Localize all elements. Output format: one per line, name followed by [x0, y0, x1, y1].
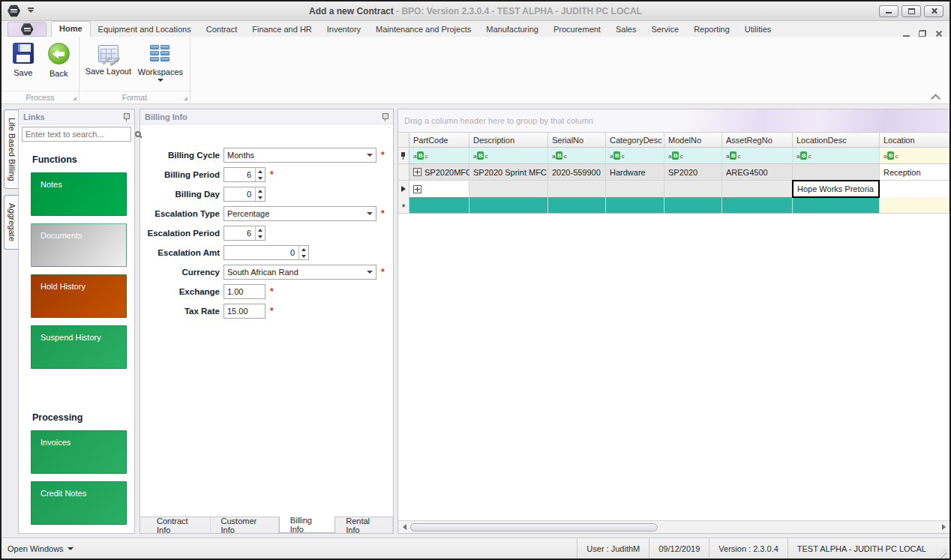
column-header-categorydesc[interactable]: CategoryDesc	[606, 133, 664, 148]
abc-filter-icon[interactable]: aBc	[796, 151, 811, 160]
abc-filter-icon[interactable]: aBc	[884, 151, 898, 160]
open-windows-button[interactable]: Open Windows	[8, 544, 74, 553]
tab-customer-info[interactable]: Customer Info	[211, 517, 279, 533]
cell-serialno[interactable]	[548, 197, 606, 214]
horizontal-scrollbar[interactable]	[398, 520, 950, 533]
cell-location[interactable]: Reception	[880, 164, 950, 181]
tab-inventory[interactable]: Inventory	[320, 22, 368, 37]
resize-grip[interactable]	[937, 549, 946, 559]
notes-button[interactable]: Notes	[31, 172, 127, 216]
chevron-down-icon[interactable]	[364, 271, 376, 274]
group-by-panel[interactable]: Drag a column header here to group by th…	[398, 109, 950, 132]
cell-location[interactable]	[880, 197, 950, 214]
column-header-locationdesc[interactable]: LocationDesc	[793, 133, 880, 148]
filter-cell-location[interactable]: aBc	[880, 148, 950, 164]
tab-equipment-and-locations[interactable]: Equipment and Locations	[91, 22, 199, 37]
close-button[interactable]	[924, 5, 944, 17]
cell-partcode[interactable]	[410, 197, 470, 214]
tab-manufacturing[interactable]: Manufacturing	[478, 22, 546, 37]
cell-assetregno[interactable]: AREG4500	[722, 164, 793, 181]
cell-assetregno[interactable]	[722, 181, 793, 198]
abc-filter-icon[interactable]: aBc	[668, 151, 682, 160]
filter-cell-description[interactable]: aBc	[470, 148, 548, 164]
spinner-buttons[interactable]	[255, 168, 265, 181]
suspend-history-button[interactable]: Suspend History	[31, 325, 127, 369]
cell-modelno[interactable]: SP2020	[664, 164, 722, 181]
filter-cell-categorydesc[interactable]: aBc	[606, 148, 664, 164]
cell-locationdesc[interactable]	[793, 164, 880, 181]
cell-assetregno[interactable]	[722, 197, 793, 214]
invoices-button[interactable]: Invoices	[31, 430, 127, 474]
abc-filter-icon[interactable]: aBc	[552, 151, 566, 160]
tab-contract-info[interactable]: Contract Info	[146, 517, 211, 533]
pin-icon[interactable]	[123, 112, 130, 121]
escalation-amt-input[interactable]: 0	[224, 245, 309, 260]
cell-categorydesc[interactable]	[606, 197, 664, 214]
currency-select[interactable]: South African Rand	[224, 265, 376, 280]
tab-finance-and-hr[interactable]: Finance and HR	[244, 22, 320, 37]
filter-cell-assetregno[interactable]: aBc	[722, 148, 793, 164]
collapse-ribbon-icon[interactable]	[932, 93, 939, 100]
abc-filter-icon[interactable]: aBc	[473, 151, 488, 160]
scroll-right-icon[interactable]	[938, 524, 950, 530]
column-header-modelno[interactable]: ModelNo	[664, 133, 722, 148]
spinner-buttons[interactable]	[255, 187, 265, 201]
filter-cell-modelno[interactable]: aBc	[664, 148, 722, 164]
scroll-left-icon[interactable]	[398, 524, 410, 530]
side-tab-life-based-billing[interactable]: Life Based Billing	[4, 109, 18, 189]
search-icon[interactable]	[135, 131, 141, 137]
mdi-close-icon[interactable]	[935, 30, 942, 37]
chevron-down-icon[interactable]	[364, 154, 376, 157]
cell-partcode[interactable]	[410, 181, 470, 198]
tax-rate-input[interactable]	[224, 304, 266, 319]
cell-serialno[interactable]	[548, 181, 606, 198]
column-header-location[interactable]: Location	[880, 133, 950, 148]
workspaces-button[interactable]: Workspaces	[134, 41, 187, 82]
abc-filter-icon[interactable]: aBc	[610, 151, 624, 160]
dialog-launcher-icon[interactable]	[184, 97, 188, 100]
billing-day-input[interactable]: 0	[224, 187, 266, 202]
expand-icon[interactable]	[413, 185, 422, 193]
tab-procurement[interactable]: Procurement	[546, 22, 608, 37]
billing-period-input[interactable]: 6	[224, 167, 266, 182]
cell-modelno[interactable]	[664, 197, 722, 214]
filter-cell-partcode[interactable]: aBc	[410, 148, 470, 164]
tab-reporting[interactable]: Reporting	[686, 22, 737, 37]
chevron-down-icon[interactable]	[364, 212, 376, 215]
filter-cell-serialno[interactable]: aBc	[548, 148, 606, 164]
tab-rental-info[interactable]: Rental Info	[335, 517, 393, 533]
cell-categorydesc[interactable]	[606, 181, 664, 198]
cell-description[interactable]: SP2020 Sprint MFC	[470, 164, 548, 181]
cell-location[interactable]	[880, 181, 950, 198]
escalation-period-input[interactable]: 6	[224, 226, 266, 241]
dialog-launcher-icon[interactable]	[73, 97, 76, 100]
column-header-assetregno[interactable]: AssetRegNo	[722, 133, 793, 148]
column-header-serialno[interactable]: SerialNo	[548, 133, 606, 148]
qat-customize-icon[interactable]	[28, 10, 34, 13]
links-search-box[interactable]	[22, 127, 131, 142]
billing-cycle-select[interactable]: Months	[224, 148, 376, 163]
save-button[interactable]: Save	[6, 41, 40, 77]
tab-utilities[interactable]: Utilities	[737, 22, 778, 37]
cell-locationdesc-editing[interactable]: Hope Works Pretoria	[792, 180, 880, 198]
abc-filter-icon[interactable]: aBc	[413, 151, 428, 160]
side-tab-aggregate[interactable]: Aggregate	[4, 195, 18, 250]
abc-filter-icon[interactable]: aBc	[726, 151, 740, 160]
cell-description[interactable]	[470, 181, 548, 198]
credit-notes-button[interactable]: Credit Notes	[31, 481, 127, 525]
cell-description[interactable]	[470, 197, 548, 214]
exchange-input[interactable]	[224, 284, 266, 299]
pin-icon[interactable]	[382, 112, 388, 121]
column-header-description[interactable]: Description	[470, 133, 548, 148]
application-menu-button[interactable]	[8, 22, 46, 37]
escalation-type-select[interactable]: Percentage	[224, 206, 376, 221]
column-header-partcode[interactable]: PartCode	[410, 133, 470, 148]
search-input[interactable]	[22, 130, 135, 139]
back-button[interactable]: Back	[42, 41, 76, 78]
spinner-buttons[interactable]	[298, 246, 308, 259]
tab-sales[interactable]: Sales	[608, 22, 644, 37]
cell-partcode[interactable]: SP2020MFC	[410, 164, 470, 181]
save-layout-button[interactable]: Save Layout	[84, 41, 133, 76]
cell-categorydesc[interactable]: Hardware	[606, 164, 664, 181]
scrollbar-thumb[interactable]	[410, 523, 658, 532]
